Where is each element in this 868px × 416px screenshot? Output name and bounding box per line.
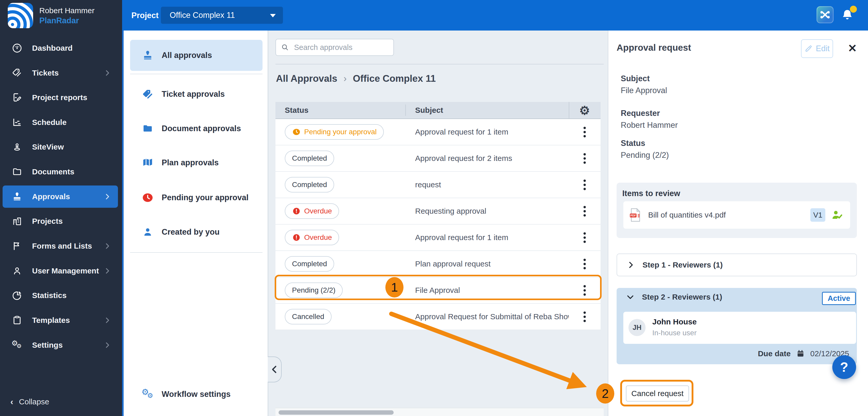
search-input[interactable] [293,43,392,52]
collapse-sidebar-button[interactable]: ‹ Collapse [10,396,49,407]
sidebar-item-documents[interactable]: Documents [3,161,118,183]
planradar-app: Robert Hammer PlanRadar Project Office C… [0,0,868,416]
edit-button[interactable]: Edit [801,39,833,58]
chevron-right-icon [103,267,111,275]
status-badge: Completed [285,177,334,192]
avatar: JH [628,319,646,336]
folder-icon [142,122,154,135]
step-1-accordion[interactable]: Step 1 - Reviewers (1) [617,254,857,276]
approval-request-panel: Approval request Edit ✕ Subject File App… [608,31,868,416]
breadcrumb-separator: › [343,73,347,84]
sidebar-item-statistics[interactable]: Statistics [3,284,118,306]
sidebar-item-user-management[interactable]: User Management [3,260,118,282]
table-settings-gear-icon[interactable]: ⚙ [579,105,591,116]
subject-cell: Approval Request for Submittal of Reba S… [406,312,569,321]
alert-icon [292,207,301,215]
statistics-icon [11,290,23,301]
documents-icon [11,166,23,177]
reviewer-assigned-icon [831,208,844,222]
field-label-requester: Requester [621,109,660,118]
notification-badge [850,6,857,13]
sidebar-item-dashboard[interactable]: Dashboard [3,37,118,59]
main-sidebar: Dashboard Tickets Project reports Schedu… [0,31,122,416]
pencil-icon [804,44,813,53]
svg-text:PDF: PDF [630,214,636,217]
person-icon [142,226,154,238]
cancel-request-button[interactable]: Cancel request [626,385,689,402]
active-status-badge: Active [822,292,856,305]
table-row[interactable]: Completed request [275,172,600,198]
sidebar-item-approvals[interactable]: Approvals [3,185,118,208]
column-settings-cell: ⚙ [569,102,600,118]
project-reports-icon [11,92,23,103]
collapse-filter-panel-handle[interactable] [268,356,282,382]
planradar-logo-icon [8,3,33,28]
approvals-filter-sidebar: All approvals Ticket approvals Document … [122,31,268,416]
sidebar-item-project-reports[interactable]: Project reports [3,86,118,109]
field-label-status: Status [621,139,645,148]
stamp-icon [142,49,154,62]
row-menu-kebab-icon[interactable] [584,210,586,212]
sidebar-item-tickets[interactable]: Tickets [3,62,118,84]
help-button[interactable]: ? [832,355,856,379]
reviewer-name: John House [652,318,697,326]
row-menu-kebab-icon[interactable] [584,184,586,186]
workflow-settings-button[interactable]: ⚙⚙ Workflow settings [130,383,262,406]
column-header-subject: Subject [406,105,569,116]
row-menu-kebab-icon[interactable] [584,289,586,292]
filter-ticket-approvals[interactable]: Ticket approvals [130,83,262,106]
review-file-item[interactable]: PDF Bill of quantities v4.pdf V1 [623,201,850,229]
filter-pending-your-approval[interactable]: Pending your approval [130,186,262,209]
status-badge: Completed [285,151,334,166]
sidebar-item-templates[interactable]: Templates [3,309,118,331]
row-menu-kebab-icon[interactable] [584,263,586,265]
filter-created-by-you[interactable]: Created by you [130,220,262,244]
chevron-right-icon [103,341,111,349]
approvals-main-content: All Approvals › Office Complex 11 Status… [268,31,608,416]
brand-name: PlanRadar [39,16,79,25]
panel-title: Approval request [617,42,691,53]
filter-all-approvals[interactable]: All approvals [130,40,262,71]
status-badge: Pending (2/2) [285,283,343,298]
table-row[interactable]: Overdue Requesting approval [275,198,600,225]
subject-cell: Approval request for 1 item [406,127,569,136]
row-menu-kebab-icon[interactable] [584,131,586,133]
table-row[interactable]: Completed Approval request for 2 items [275,145,600,172]
breadcrumb-root[interactable]: All Approvals [276,73,337,84]
project-label: Project [131,11,159,20]
subject-cell: Approval request for 2 items [406,154,569,163]
approvals-table: Status Subject ⚙ Pending your approval A… [275,102,600,330]
calendar-icon [796,349,805,358]
filter-plan-approvals[interactable]: Plan approvals [130,151,262,174]
step-2-header[interactable]: Step 2 - Reviewers (1) [626,293,722,301]
projects-icon [11,215,23,227]
table-row-file-approval[interactable]: Pending (2/2) File Approval [275,277,600,304]
row-menu-kebab-icon[interactable] [584,316,586,318]
sidebar-item-schedule[interactable]: Schedule [3,111,118,133]
subject-cell: Plan approval request [406,260,569,268]
horizontal-scrollbar-thumb[interactable] [279,410,394,415]
app-switcher-icon[interactable] [816,6,834,23]
row-menu-kebab-icon[interactable] [584,236,586,239]
filter-document-approvals[interactable]: Document approvals [130,117,262,140]
sidebar-item-settings[interactable]: ⚙⚙ Settings [3,334,118,356]
chevron-left-icon: ‹ [10,396,13,407]
version-badge[interactable]: V1 [810,208,825,222]
subject-cell: request [406,180,569,189]
sidebar-item-projects[interactable]: Projects [3,210,118,232]
clock-icon [142,191,154,204]
row-menu-kebab-icon[interactable] [584,157,586,159]
sidebar-item-siteview[interactable]: SiteView [3,136,118,158]
dashboard-icon [11,42,23,54]
sidebar-item-forms-and-lists[interactable]: Forms and Lists [3,235,118,257]
items-to-review-heading: Items to review [622,189,680,198]
table-row[interactable]: Completed Plan approval request [275,251,600,277]
table-row[interactable]: Cancelled Approval Request for Submittal… [275,304,600,330]
search-icon [281,43,289,52]
table-row[interactable]: Overdue Approval request for 1 item [275,225,600,251]
status-badge: Cancelled [285,309,332,324]
reviewer-card[interactable]: JH John House In-house user [623,312,856,344]
close-panel-icon[interactable]: ✕ [848,42,857,55]
table-row[interactable]: Pending your approval Approval request f… [275,119,600,145]
project-dropdown[interactable]: Office Complex 11 [161,7,283,24]
